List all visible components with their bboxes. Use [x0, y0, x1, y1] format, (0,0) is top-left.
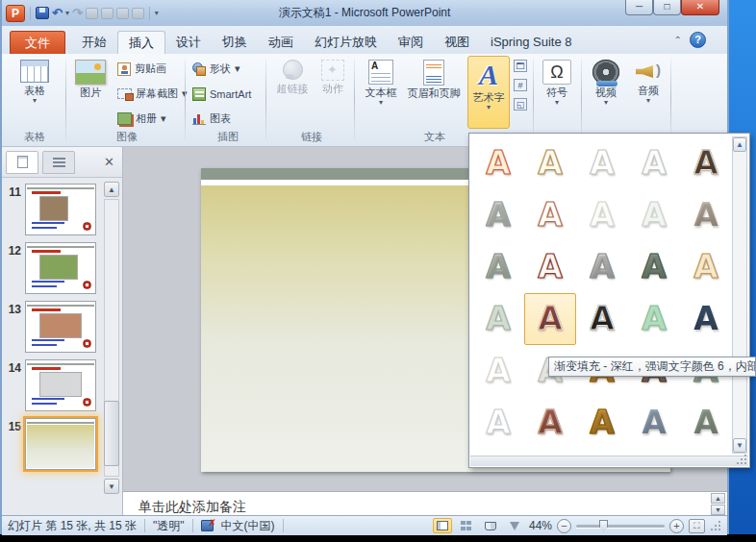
textbox-button[interactable]: 文本框 ▾ — [360, 56, 402, 129]
scroll-up-icon[interactable]: ▲ — [733, 137, 746, 152]
scroll-up-icon[interactable]: ▲ — [711, 493, 725, 504]
theme-name[interactable]: "透明" — [153, 518, 185, 534]
wordart-style-option[interactable]: A — [680, 137, 732, 189]
clipart-button[interactable]: 剪贴画 — [117, 58, 166, 80]
scroll-down-icon[interactable]: ▼ — [711, 505, 725, 515]
normal-view-button[interactable] — [433, 518, 452, 533]
wordart-style-option[interactable]: A — [628, 189, 680, 241]
wordart-style-option[interactable]: A — [472, 397, 524, 449]
wordart-style-option[interactable]: A — [524, 293, 576, 345]
tab-设计[interactable]: 设计 — [165, 31, 212, 54]
wordart-style-option[interactable]: A — [680, 293, 732, 345]
notes-placeholder[interactable]: 单击此处添加备注 — [139, 499, 246, 515]
zoom-slider-thumb[interactable] — [599, 520, 608, 532]
gallery-resize-bar[interactable] — [470, 456, 748, 466]
wordart-style-option[interactable]: A — [576, 189, 628, 241]
slide-thumbnail[interactable] — [25, 301, 96, 353]
wordart-style-option[interactable]: A — [472, 293, 524, 345]
wordart-style-option[interactable]: A — [576, 397, 628, 449]
resize-grip[interactable] — [710, 520, 721, 531]
slide-thumbnail[interactable] — [25, 184, 96, 235]
wordart-style-option[interactable]: A — [524, 397, 576, 449]
notes-scrollbar[interactable]: ▲ ▼ — [711, 493, 725, 515]
slides-tab[interactable] — [6, 151, 38, 174]
save-icon[interactable] — [36, 7, 49, 19]
close-button[interactable]: ✕ — [681, 0, 719, 15]
wordart-style-option[interactable]: A — [680, 189, 732, 241]
zoom-level[interactable]: 44% — [529, 519, 552, 532]
tab-开始[interactable]: 开始 — [71, 31, 117, 54]
wordart-style-option[interactable]: A — [628, 293, 680, 345]
tab-插入[interactable]: 插入 — [117, 31, 165, 54]
tab-幻灯片放映[interactable]: 幻灯片放映 — [304, 31, 388, 54]
slides-pane-scrollbar[interactable]: ▲ ▼ — [104, 182, 120, 515]
scroll-down-icon[interactable]: ▼ — [104, 479, 119, 494]
tab-动画[interactable]: 动画 — [258, 31, 304, 54]
slide-counter[interactable]: 幻灯片 第 15 张, 共 15 张 — [8, 518, 137, 534]
slide-number-icon[interactable]: # — [514, 79, 527, 91]
resize-grip[interactable] — [736, 454, 747, 465]
video-button[interactable]: 视频 ▾ — [586, 56, 626, 129]
screenshot-button[interactable]: 屏幕截图 ▾ — [117, 83, 188, 105]
tab-审阅[interactable]: 审阅 — [388, 31, 434, 54]
symbol-button[interactable]: Ω 符号 ▾ — [537, 56, 577, 129]
wordart-style-option[interactable]: A — [628, 137, 680, 189]
date-time-icon[interactable]: 🗔 — [514, 60, 527, 72]
wordart-style-option[interactable]: A — [472, 189, 524, 241]
wordart-style-option[interactable]: A — [680, 241, 732, 293]
customize-qat-arrow-icon[interactable]: ▾ — [155, 9, 159, 17]
notes-panel[interactable]: 单击此处添加备注 ▲ ▼ — [123, 491, 727, 515]
spellcheck-icon[interactable] — [201, 520, 214, 531]
undo-icon[interactable]: ↶ — [52, 6, 63, 20]
wordart-style-option[interactable]: A — [628, 397, 680, 449]
scroll-down-icon[interactable]: ▼ — [733, 438, 746, 453]
wordart-style-option[interactable]: A — [576, 241, 628, 293]
fit-to-window-icon[interactable]: ⛶ — [689, 519, 705, 533]
wordart-style-option[interactable]: A — [524, 241, 576, 293]
slide-thumbnail[interactable] — [25, 359, 96, 411]
scroll-up-icon[interactable]: ▲ — [104, 182, 119, 197]
help-icon[interactable]: ? — [690, 32, 706, 48]
object-icon[interactable]: ◱ — [514, 98, 527, 111]
wordart-style-option[interactable]: A — [472, 241, 524, 293]
powerpoint-logo-icon[interactable]: P — [6, 5, 25, 22]
action-button[interactable]: 动作 — [315, 56, 350, 129]
hyperlink-button[interactable]: 超链接 — [271, 56, 314, 129]
minimize-ribbon-icon[interactable]: ⌃ — [674, 35, 682, 45]
tab-file[interactable]: 文件 — [10, 31, 65, 54]
table-button[interactable]: 表格 ▾ — [12, 56, 58, 129]
tab-视图[interactable]: 视图 — [434, 31, 480, 54]
wordart-style-option[interactable]: A — [680, 397, 732, 449]
audio-button[interactable]: 音频 ▾ — [628, 56, 668, 129]
picture-button[interactable]: 图片 — [69, 56, 112, 129]
smartart-button[interactable]: SmartArt — [192, 83, 251, 105]
wordart-style-option[interactable]: A — [472, 345, 524, 397]
maximize-button[interactable]: □ — [653, 0, 681, 15]
close-pane-icon[interactable]: ✕ — [100, 155, 118, 169]
slide-thumbnail[interactable] — [25, 418, 96, 470]
slide-sorter-button[interactable] — [457, 518, 476, 533]
minimize-button[interactable]: ─ — [625, 0, 653, 15]
gallery-scrollbar[interactable]: ▲ ▼ — [732, 136, 747, 454]
wordart-style-option[interactable]: A — [524, 137, 576, 189]
reading-view-button[interactable] — [481, 518, 500, 533]
wordart-style-option[interactable]: A — [472, 137, 524, 189]
undo-dropdown-arrow-icon[interactable]: ▾ — [65, 9, 69, 17]
chart-button[interactable]: 图表 — [192, 108, 231, 130]
header-footer-button[interactable]: 页眉和页脚 — [404, 56, 464, 129]
shapes-button[interactable]: 形状 ▾ — [192, 58, 240, 80]
wordart-style-option[interactable]: A — [576, 293, 628, 345]
wordart-button[interactable]: A 艺术字 ▾ — [467, 56, 510, 129]
scroll-thumb[interactable] — [104, 401, 119, 466]
wordart-style-option[interactable]: A — [576, 137, 628, 189]
slideshow-button[interactable] — [505, 518, 524, 533]
wordart-style-option[interactable]: A — [524, 189, 576, 241]
outline-tab[interactable] — [42, 151, 75, 174]
wordart-style-option[interactable]: A — [628, 241, 680, 293]
slide-thumbnail[interactable] — [25, 242, 96, 294]
zoom-in-button[interactable]: + — [669, 519, 684, 533]
photo-album-button[interactable]: 相册 ▾ — [117, 108, 166, 130]
tab-切换[interactable]: 切换 — [212, 31, 258, 54]
zoom-out-button[interactable]: − — [557, 519, 571, 533]
tab-iSpring Suite 8[interactable]: iSpring Suite 8 — [480, 31, 583, 54]
